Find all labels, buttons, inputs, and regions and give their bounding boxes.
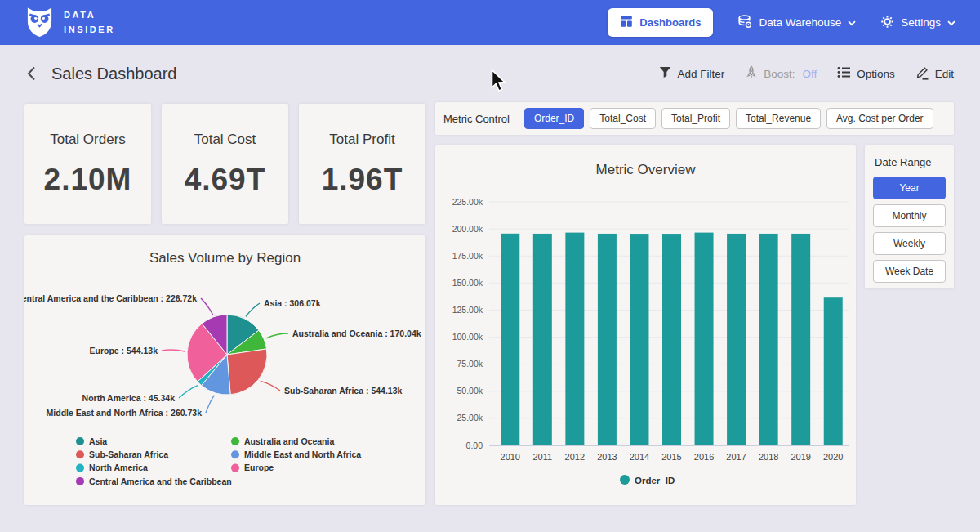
legend-swatch xyxy=(620,475,630,485)
boost-value: Off xyxy=(802,68,817,80)
pie-slice-label: Asia : 306.07k xyxy=(264,298,321,308)
pie-chart: Asia : 306.07kAustralia and Oceania : 17… xyxy=(24,235,425,505)
bar[interactable] xyxy=(630,234,648,445)
pie-label-leader-line xyxy=(201,298,213,315)
metric-option-button[interactable]: Total_Revenue xyxy=(736,108,821,129)
bar[interactable] xyxy=(824,297,843,445)
add-filter-button[interactable]: Add Filter xyxy=(659,66,724,81)
nav-data-warehouse-menu[interactable]: Data Warehouse xyxy=(737,15,856,31)
funnel-icon xyxy=(659,66,671,81)
date-range-buttons: YearMonthlyWeeklyWeek Date xyxy=(873,177,946,283)
date-range-label: Date Range xyxy=(873,156,946,168)
metric-option-button[interactable]: Total_Cost xyxy=(590,108,656,129)
pie-label-leader-line xyxy=(206,396,214,413)
x-axis-tick-label: 2016 xyxy=(694,452,714,462)
x-axis-tick-label: 2011 xyxy=(532,452,552,462)
bar[interactable] xyxy=(695,233,714,445)
bar[interactable] xyxy=(760,234,778,445)
kpi-value: 4.69T xyxy=(185,163,266,197)
owl-logo-icon xyxy=(24,5,55,41)
date-range-option-button[interactable]: Monthly xyxy=(873,204,946,227)
bar[interactable] xyxy=(727,234,746,445)
sales-dashboard-page: { "navbar": { "brand_line1": "DATA", "br… xyxy=(0,0,980,532)
options-button[interactable]: Options xyxy=(837,66,895,81)
x-axis-tick-label: 2014 xyxy=(630,452,649,462)
pie-slice-label: Middle East and North Africa : 260.73k xyxy=(47,408,203,418)
bar[interactable] xyxy=(662,234,681,445)
bar[interactable] xyxy=(598,234,617,445)
pie-slice-label: Australia and Oceania : 170.04k xyxy=(292,329,421,338)
y-axis-tick-label: 0.00 xyxy=(466,440,483,450)
nav-data-warehouse-label: Data Warehouse xyxy=(759,16,841,29)
legend-item-label[interactable]: North America xyxy=(89,463,148,472)
kpi-card: Total Profit1.96T xyxy=(299,104,425,224)
legend-item-label[interactable]: Asia xyxy=(89,436,107,446)
options-label: Options xyxy=(857,68,895,80)
x-axis-tick-label: 2018 xyxy=(759,452,778,462)
gear-icon xyxy=(880,15,894,31)
y-axis-tick-label: 200.00k xyxy=(452,224,483,234)
bar[interactable] xyxy=(565,233,584,445)
legend-swatch xyxy=(76,464,84,472)
kpi-card: Total Cost4.69T xyxy=(162,104,288,224)
bar-legend-label[interactable]: Order_ID xyxy=(635,476,675,485)
legend-swatch xyxy=(231,437,239,445)
pie-label-leader-line xyxy=(261,381,280,391)
metric-option-button[interactable]: Total_Profit xyxy=(662,108,730,129)
bar[interactable] xyxy=(501,234,519,445)
bar[interactable] xyxy=(533,234,552,445)
legend-item-label[interactable]: Australia and Oceania xyxy=(244,436,334,446)
legend-item-label[interactable]: Middle East and North Africa xyxy=(244,449,361,459)
pie-slice[interactable] xyxy=(227,349,267,395)
legend-item-label[interactable]: Europe xyxy=(244,463,274,472)
x-axis-tick-label: 2010 xyxy=(501,452,520,462)
pie-label-leader-line xyxy=(179,386,198,398)
date-range-option-button[interactable]: Weekly xyxy=(873,232,946,255)
nav-dashboards-button[interactable]: Dashboards xyxy=(608,8,713,37)
metric-control-label: Metric Control xyxy=(443,113,510,125)
metric-control-bar: Metric Control Order_IDTotal_CostTotal_P… xyxy=(435,102,954,135)
legend-item-label[interactable]: Central America and the Caribbean xyxy=(89,476,232,486)
metric-option-button[interactable]: Avg. Cost per Order xyxy=(826,108,933,129)
back-button[interactable] xyxy=(24,65,38,82)
pie-slice-label: Europe : 544.13k xyxy=(90,346,158,355)
nav-settings-label: Settings xyxy=(901,16,941,29)
brand-logo[interactable]: DATA INSIDER xyxy=(24,5,115,41)
legend-item-label[interactable]: Sub-Saharan Africa xyxy=(89,449,168,459)
date-range-option-button[interactable]: Week Date xyxy=(873,260,946,283)
pie-chart-card: Sales Volume by Region Asia : 306.07kAus… xyxy=(24,235,425,505)
y-axis-tick-label: 225.00k xyxy=(452,197,483,207)
legend-swatch xyxy=(76,477,84,485)
database-icon xyxy=(737,15,752,31)
pie-label-leader-line xyxy=(266,333,288,338)
brand-name: DATA INSIDER xyxy=(64,8,115,36)
kpi-label: Total Orders xyxy=(50,132,126,148)
top-navbar: DATA INSIDER Dashboards xyxy=(0,0,980,45)
x-axis-tick-label: 2020 xyxy=(823,452,843,462)
pie-slice-label: North America : 45.34k xyxy=(82,393,176,403)
pencil-icon xyxy=(915,65,929,83)
nav-settings-menu[interactable]: Settings xyxy=(880,15,956,31)
chevron-down-icon xyxy=(848,16,856,29)
y-axis-tick-label: 150.00k xyxy=(452,278,483,288)
y-axis-tick-label: 175.00k xyxy=(452,251,483,261)
boost-label: Boost: xyxy=(764,68,795,80)
date-range-panel: Date Range YearMonthlyWeeklyWeek Date xyxy=(865,145,954,288)
legend-swatch xyxy=(231,450,239,458)
boost-toggle[interactable]: Boost: Off xyxy=(745,65,817,82)
bar-chart: 0.0025.00k50.00k75.00k100.00k125.00k150.… xyxy=(435,178,856,505)
dashboard-header: Sales Dashboard Add Filter Boost: Off xyxy=(24,59,954,88)
add-filter-label: Add Filter xyxy=(677,68,724,80)
bar[interactable] xyxy=(791,234,810,445)
legend-swatch xyxy=(76,450,84,458)
page-title: Sales Dashboard xyxy=(51,65,176,83)
kpi-value: 1.96T xyxy=(322,163,403,197)
metric-buttons: Order_IDTotal_CostTotal_ProfitTotal_Reve… xyxy=(524,108,933,129)
legend-swatch xyxy=(231,464,239,472)
date-range-option-button[interactable]: Year xyxy=(873,177,946,199)
x-axis-tick-label: 2017 xyxy=(726,452,746,462)
metric-option-button[interactable]: Order_ID xyxy=(524,108,584,129)
y-axis-tick-label: 100.00k xyxy=(452,332,483,342)
y-axis-tick-label: 25.00k xyxy=(457,413,483,422)
edit-button[interactable]: Edit xyxy=(915,65,954,83)
